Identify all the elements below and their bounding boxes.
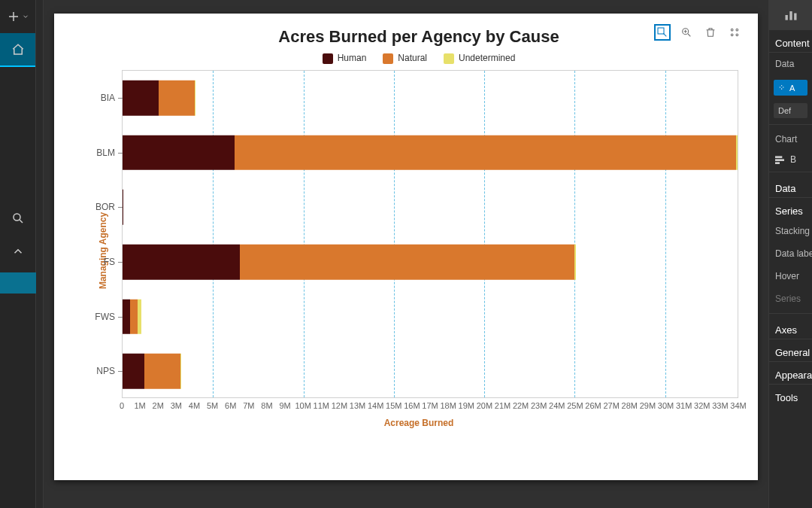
svg-point-0 <box>14 214 20 221</box>
svg-rect-10 <box>775 156 782 158</box>
definition-pill[interactable]: Def <box>774 103 807 118</box>
x-tick-label: 32M <box>694 401 710 410</box>
bar-stack[interactable] <box>123 354 738 389</box>
bar-stack[interactable] <box>123 245 738 280</box>
bar-segment[interactable] <box>574 245 575 280</box>
x-axis-ticks: 01M2M3M4M5M6M7M8M9M10M11M12M13M14M15M16M… <box>122 401 738 412</box>
x-tick-label: 29M <box>640 401 656 410</box>
x-tick-label: 31M <box>676 401 692 410</box>
category-row: FS <box>123 235 738 290</box>
x-tick-label: 16M <box>404 401 420 410</box>
canvas-area: Acres Burned per Agency by Cause HumanNa… <box>44 0 768 508</box>
clear-selection-button[interactable] <box>702 24 719 41</box>
category-row: BIA <box>123 71 738 126</box>
x-tick-label: 12M <box>332 401 347 410</box>
data-header: Data <box>769 53 812 75</box>
stacked-bar-icon <box>774 154 786 166</box>
category-row: BOR <box>123 180 738 235</box>
search-icon <box>11 211 25 225</box>
chart-type-label: B <box>790 154 796 165</box>
bar-segment[interactable] <box>240 245 574 280</box>
bar-segment[interactable] <box>130 300 138 335</box>
scatter-icon: ⁘ <box>778 83 786 93</box>
x-axis-title: Acreage Burned <box>99 418 738 428</box>
data-labels-row[interactable]: Data labels <box>769 242 812 265</box>
x-tick-label: 27M <box>603 401 619 410</box>
legend-label: Undetermined <box>459 53 515 63</box>
bar-stack[interactable] <box>123 190 738 225</box>
x-tick-label: 7M <box>243 401 254 410</box>
chart-title: Acres Burned per Agency by Cause <box>99 27 738 47</box>
hover-row[interactable]: Hover <box>769 265 812 287</box>
chart-type-selector[interactable]: B <box>769 151 812 169</box>
collapse-button[interactable] <box>0 235 35 268</box>
layer-chip-label: A <box>789 84 795 93</box>
legend-item[interactable]: Human <box>323 53 367 64</box>
x-tick-label: 11M <box>314 401 329 410</box>
stacking-row[interactable]: Stacking <box>769 220 812 242</box>
svg-rect-7 <box>785 15 787 20</box>
search-button[interactable] <box>0 202 35 235</box>
series-row[interactable]: Series <box>769 287 812 310</box>
bar-segment[interactable] <box>144 354 180 389</box>
svg-point-4 <box>736 29 738 31</box>
home-tab[interactable] <box>0 33 35 66</box>
plot-area[interactable]: BIABLMBORFSFWSNPS <box>122 70 738 398</box>
zoom-tool-button[interactable] <box>678 24 695 41</box>
x-tick-label: 25M <box>567 401 583 410</box>
switch-view-button[interactable] <box>726 24 743 41</box>
x-tick-label: 26M <box>585 401 601 410</box>
chevron-up-icon <box>11 245 25 258</box>
bar-segment[interactable] <box>123 245 240 280</box>
bar-stack[interactable] <box>123 135 738 171</box>
general-section-header[interactable]: General <box>769 339 812 362</box>
x-tick-label: 30M <box>658 401 674 410</box>
y-tick-label: BLM <box>96 148 115 158</box>
chart-toolbar <box>654 24 743 41</box>
bar-segment[interactable] <box>123 81 159 116</box>
x-tick-label: 23M <box>531 401 547 410</box>
chart-header: Chart <box>769 128 812 151</box>
chart-panel-tab[interactable] <box>769 0 812 30</box>
layer-chip[interactable]: ⁘ A <box>774 80 807 96</box>
active-page-indicator[interactable] <box>0 272 36 294</box>
data-section-header[interactable]: Data <box>769 175 812 198</box>
tools-section-header[interactable]: Tools <box>769 385 812 406</box>
legend-item[interactable]: Natural <box>383 53 427 64</box>
properties-panel: Content Data ⁘ A Def Chart B Data Series… <box>768 0 812 508</box>
appearance-section-header[interactable]: Appearance <box>769 362 812 385</box>
selection-tool-button[interactable] <box>654 24 671 41</box>
selection-icon <box>656 26 668 38</box>
x-tick-label: 2M <box>153 401 164 410</box>
x-tick-label: 33M <box>712 401 728 410</box>
bar-segment[interactable] <box>159 81 195 116</box>
y-axis-title: Managing Agency <box>98 212 108 289</box>
x-tick-label: 9M <box>279 401 290 410</box>
bar-segment[interactable] <box>123 354 144 389</box>
grid-icon <box>729 26 741 38</box>
svg-point-6 <box>736 34 738 36</box>
x-tick-label: 8M <box>261 401 272 410</box>
axes-section-header[interactable]: Axes <box>769 317 812 339</box>
legend-item[interactable]: Undetermined <box>444 53 515 64</box>
bar-segment[interactable] <box>736 135 738 171</box>
legend-swatch <box>383 53 393 64</box>
bar-stack[interactable] <box>123 81 738 116</box>
series-section-header[interactable]: Series <box>769 198 812 220</box>
x-tick-label: 15M <box>386 401 401 410</box>
chart-card[interactable]: Acres Burned per Agency by Cause HumanNa… <box>54 14 758 480</box>
bar-segment[interactable] <box>138 300 141 335</box>
bar-stack[interactable] <box>123 300 738 335</box>
svg-rect-1 <box>658 28 664 34</box>
x-tick-label: 34M <box>730 401 746 410</box>
chart-legend: HumanNaturalUndetermined <box>99 53 738 64</box>
x-tick-label: 10M <box>295 401 311 410</box>
bar-segment[interactable] <box>180 354 181 389</box>
left-toolbar <box>0 0 36 508</box>
x-tick-label: 14M <box>368 401 383 410</box>
svg-rect-8 <box>789 11 792 20</box>
bar-segment[interactable] <box>123 300 130 335</box>
add-button[interactable] <box>0 0 35 33</box>
bar-segment[interactable] <box>235 135 736 171</box>
bar-segment[interactable] <box>123 135 235 171</box>
